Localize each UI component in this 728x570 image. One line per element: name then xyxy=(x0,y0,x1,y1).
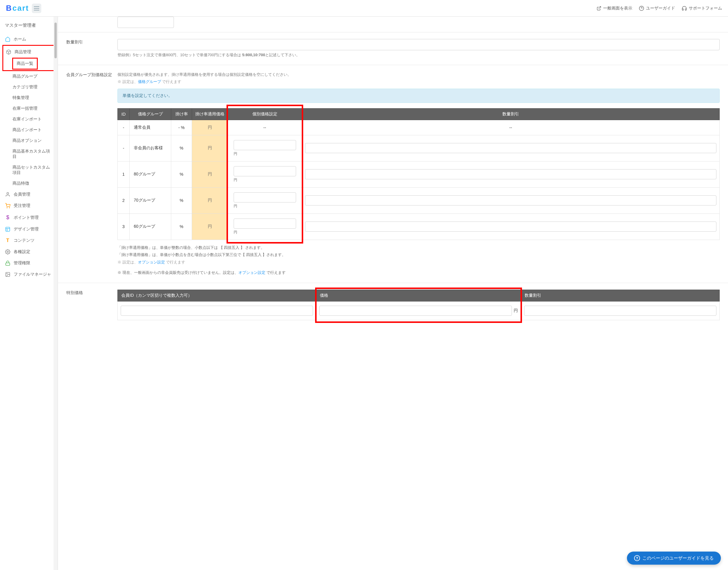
price-notes: 「掛け率適用価格」は、単価が整数の場合、小数点以下は 【 四捨五入 】 されます… xyxy=(117,244,720,277)
cell-apply-price: 円 xyxy=(192,135,228,161)
support-form-link[interactable]: サポートフォーム xyxy=(682,6,722,11)
main-content: 数量割引 登録例）5セット注文で単価800円、10セットで単価700円にする場合… xyxy=(58,17,728,570)
nav-order-mgmt[interactable]: 受注管理 xyxy=(0,200,58,211)
home-icon xyxy=(5,37,11,42)
app-logo: Bcart xyxy=(6,4,29,13)
svg-line-0 xyxy=(599,7,601,9)
svg-rect-7 xyxy=(6,227,10,231)
special-table-wrap: 会員ID（カンマ区切りで複数入力可） 価格 数量割引 xyxy=(117,290,720,320)
cell-rate: % xyxy=(171,161,192,187)
nav-settings-label: 各種設定 xyxy=(14,249,30,255)
cell-id: - xyxy=(118,120,129,135)
row-qty-discount-input[interactable] xyxy=(305,195,716,206)
cell-group-name: 60グループ xyxy=(129,214,171,240)
nav-file-manager[interactable]: ファイルマネージャ xyxy=(0,269,58,280)
special-member-id-input[interactable] xyxy=(121,306,313,316)
row-qty-discount-input[interactable] xyxy=(305,143,716,153)
view-general-link[interactable]: 一般画面を表示 xyxy=(597,6,632,11)
indiv-price-input[interactable] xyxy=(234,140,296,150)
text-icon: T xyxy=(5,238,11,243)
option-settings-link-1[interactable]: オプション設定 xyxy=(138,260,165,264)
help-circle-icon xyxy=(639,6,644,11)
cell-id: - xyxy=(118,135,129,161)
price-row: -非会員のお客様%円円 xyxy=(118,135,720,161)
price-table: ID 価格グループ 掛け率 掛け率適用価格 個別価格設定 数量割引 -通常会員-… xyxy=(117,108,720,240)
cell-apply-price: 円 xyxy=(192,161,228,187)
indiv-price-input[interactable] xyxy=(234,166,296,176)
group-price-hint2: ※ 設定は、価格グループ で行えます xyxy=(117,79,720,84)
yen-label: 円 xyxy=(234,152,296,157)
cell-qty-discount: -- xyxy=(302,120,720,135)
cell-group-name: 80グループ xyxy=(129,161,171,187)
special-price-table: 会員ID（カンマ区切りで複数入力可） 価格 数量割引 xyxy=(117,290,720,320)
nav-order-mgmt-label: 受注管理 xyxy=(14,203,30,209)
nav-product-list[interactable]: 商品一覧 xyxy=(15,59,34,68)
label-group-price: 会員グループ別価格設定 xyxy=(58,72,117,277)
row-qty-discount-input[interactable] xyxy=(305,169,716,179)
lock-icon xyxy=(5,260,11,266)
yen-label: 円 xyxy=(234,178,296,183)
nav-stock-batch[interactable]: 在庫一括管理 xyxy=(0,103,58,114)
nav-product-mgmt[interactable]: 商品管理 xyxy=(3,46,57,58)
nav-contents[interactable]: T コンテンツ xyxy=(0,235,58,246)
nav-file-manager-label: ファイルマネージャ xyxy=(14,272,51,277)
nav-product-option[interactable]: 商品オプション xyxy=(0,135,58,146)
nav-point-mgmt[interactable]: $ ポイント管理 xyxy=(0,211,58,224)
page-user-guide-button[interactable]: ? このページのユーザーガイドを見る xyxy=(627,552,721,565)
highlight-product-list: 商品一覧 xyxy=(12,58,38,69)
nav-product-import[interactable]: 商品インポート xyxy=(0,124,58,135)
price-group-link[interactable]: 価格グループ xyxy=(138,79,161,84)
special-price-input[interactable] xyxy=(319,306,512,316)
dollar-icon: $ xyxy=(5,214,11,221)
th-group: 価格グループ xyxy=(129,108,171,120)
user-guide-link[interactable]: ユーザーガイド xyxy=(639,6,675,11)
svg-point-4 xyxy=(7,192,9,194)
group-price-hint1: 個別設定価格が優先されます。掛け率適用価格を使用する場合は個別設定価格を空にして… xyxy=(117,72,720,78)
nav-product-group[interactable]: 商品グループ xyxy=(0,71,58,82)
sidebar-scrollbar-thumb[interactable] xyxy=(54,23,57,58)
nav-stock-import[interactable]: 在庫インポート xyxy=(0,114,58,124)
row-special-price: 特別価格 会員ID（カンマ区切りで複数入力可） 価格 数量割引 xyxy=(58,283,728,327)
nav-design-mgmt-label: デザイン管理 xyxy=(14,227,39,232)
nav-member-mgmt[interactable]: 会員管理 xyxy=(0,189,58,200)
th-id: ID xyxy=(118,108,129,120)
cell-indiv-price: 円 xyxy=(228,161,302,187)
cell-apply-price: 円 xyxy=(192,214,228,240)
nav-product-set-custom[interactable]: 商品セットカスタム項目 xyxy=(0,162,58,178)
layout-icon xyxy=(5,227,11,232)
indiv-price-input[interactable] xyxy=(234,192,296,203)
cell-qty-discount xyxy=(302,214,720,240)
nav-admin-auth[interactable]: 管理権限 xyxy=(0,258,58,269)
row-qty-discount: 数量割引 登録例）5セット注文で単価800円、10セットで単価700円にする場合… xyxy=(58,32,728,65)
nav-settings[interactable]: 各種設定 xyxy=(0,246,58,258)
app-header: Bcart 一般画面を表示 ユーザーガイド サポートフォーム xyxy=(0,0,728,17)
nav-feature-mgmt[interactable]: 特集管理 xyxy=(0,92,58,103)
th-indiv-price: 個別価格設定 xyxy=(228,108,302,120)
indiv-price-input[interactable] xyxy=(234,219,296,229)
nav-design-mgmt[interactable]: デザイン管理 xyxy=(0,224,58,235)
nav-category-mgmt[interactable]: カテゴリ管理 xyxy=(0,82,58,92)
hamburger-icon xyxy=(34,6,39,10)
qty-discount-input[interactable] xyxy=(117,39,720,50)
th-special-price: 価格 xyxy=(316,290,521,301)
gear-icon xyxy=(5,249,11,255)
unknown-top-input[interactable] xyxy=(117,17,174,28)
sidebar-scrollbar[interactable] xyxy=(53,17,58,570)
nav-home[interactable]: ホーム xyxy=(0,34,58,45)
user-guide-label: ユーザーガイド xyxy=(646,6,675,11)
image-icon xyxy=(5,272,11,277)
yen-label: 円 xyxy=(234,204,296,209)
cell-qty-discount xyxy=(302,135,720,161)
highlight-product-mgmt: 商品管理 商品一覧 xyxy=(2,45,58,71)
nav-member-mgmt-label: 会員管理 xyxy=(14,192,30,197)
cell-indiv-price: -- xyxy=(228,120,302,135)
nav-product-feature[interactable]: 商品特徴 xyxy=(0,178,58,189)
menu-toggle-button[interactable] xyxy=(32,4,41,13)
nav-home-label: ホーム xyxy=(14,37,26,42)
cell-apply-price: 円 xyxy=(192,187,228,214)
nav-product-basic-custom[interactable]: 商品基本カスタム項目 xyxy=(0,146,58,162)
option-settings-link-2[interactable]: オプション設定 xyxy=(239,270,266,275)
special-qty-discount-input[interactable] xyxy=(524,306,716,316)
th-apply-price: 掛け率適用価格 xyxy=(192,108,228,120)
row-qty-discount-input[interactable] xyxy=(305,222,716,232)
